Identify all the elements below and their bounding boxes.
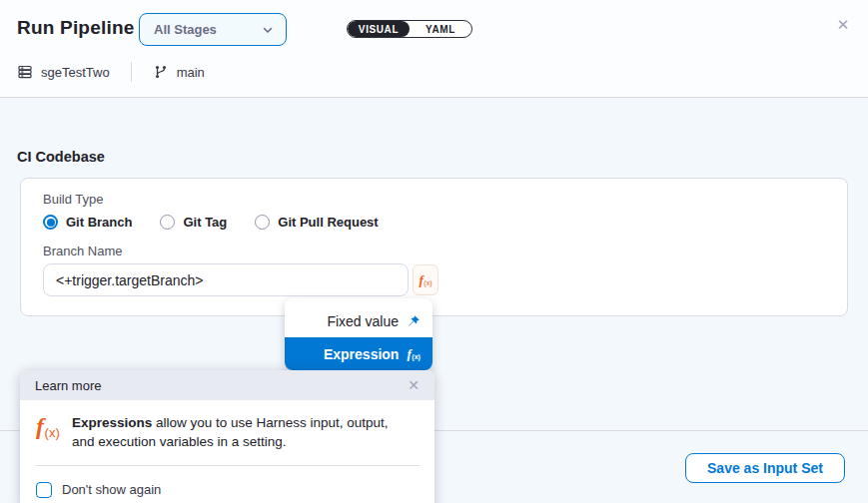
radio-label: Git Pull Request xyxy=(278,215,378,230)
menu-item-label: Fixed value xyxy=(327,313,399,329)
learn-more-popover: Learn more ✕ f(x) Expressions allow you … xyxy=(20,370,434,503)
fx-icon: f(x) xyxy=(419,273,432,286)
branch-name: main xyxy=(177,65,205,80)
radio-git-tag[interactable]: Git Tag xyxy=(160,215,227,230)
radio-git-branch[interactable]: Git Branch xyxy=(43,215,132,230)
pin-icon xyxy=(407,314,421,328)
branch-name-label: Branch Name xyxy=(43,244,122,258)
dont-show-again-option[interactable]: Don't show again xyxy=(36,482,434,498)
pipeline-context-row: sgeTestTwo main xyxy=(17,62,205,82)
visual-yaml-toggle: VISUAL YAML xyxy=(347,20,472,38)
menu-item-fixed-value[interactable]: Fixed value xyxy=(285,305,433,337)
fx-icon-large: f(x) xyxy=(36,414,60,438)
learn-more-close-icon[interactable]: ✕ xyxy=(408,377,420,393)
radio-circle[interactable] xyxy=(255,215,270,230)
divider xyxy=(131,62,132,82)
repo-name: sgeTestTwo xyxy=(41,65,110,80)
section-title-ci-codebase: CI Codebase xyxy=(17,149,105,165)
tab-visual[interactable]: VISUAL xyxy=(348,21,410,37)
learn-more-title: Learn more xyxy=(35,378,101,393)
save-as-input-set-button[interactable]: Save as Input Set xyxy=(685,453,845,483)
learn-more-body: f(x) Expressions allow you to use Harnes… xyxy=(20,400,434,452)
dont-show-checkbox[interactable] xyxy=(36,482,52,498)
fx-icon: f(x) xyxy=(407,347,421,360)
radio-git-pull-request[interactable]: Git Pull Request xyxy=(255,215,378,230)
divider xyxy=(36,465,420,466)
dont-show-label: Don't show again xyxy=(62,482,161,497)
learn-more-header: Learn more ✕ xyxy=(20,370,434,400)
page-title: Run Pipeline xyxy=(17,17,134,39)
dialog-header: Run Pipeline All Stages VISUAL YAML ✕ sg… xyxy=(0,0,868,98)
ci-codebase-card: Build Type Git Branch Git Tag Git Pull R… xyxy=(20,178,848,316)
stage-selector-value: All Stages xyxy=(154,22,217,37)
stage-selector-dropdown[interactable]: All Stages xyxy=(139,13,287,46)
dialog-close-icon[interactable]: ✕ xyxy=(834,16,852,34)
tab-yaml[interactable]: YAML xyxy=(410,21,471,37)
value-type-menu: Fixed value Expression f(x) xyxy=(285,298,433,370)
expression-type-button[interactable]: f(x) xyxy=(413,264,438,295)
radio-label: Git Tag xyxy=(183,215,227,230)
branch-name-input[interactable] xyxy=(43,263,409,296)
learn-more-text-bold: Expressions xyxy=(72,415,152,430)
chevron-down-icon xyxy=(262,24,274,36)
menu-item-label: Expression xyxy=(324,346,399,362)
build-type-radio-group: Git Branch Git Tag Git Pull Request xyxy=(43,215,379,230)
git-branch-icon xyxy=(153,64,169,80)
menu-item-expression[interactable]: Expression f(x) xyxy=(285,337,433,370)
radio-label: Git Branch xyxy=(66,215,132,230)
radio-circle-selected[interactable] xyxy=(43,215,58,230)
radio-circle[interactable] xyxy=(160,215,175,230)
learn-more-text: Expressions allow you to use Harness inp… xyxy=(72,414,412,452)
build-type-label: Build Type xyxy=(43,192,103,207)
repository-icon xyxy=(17,64,33,80)
